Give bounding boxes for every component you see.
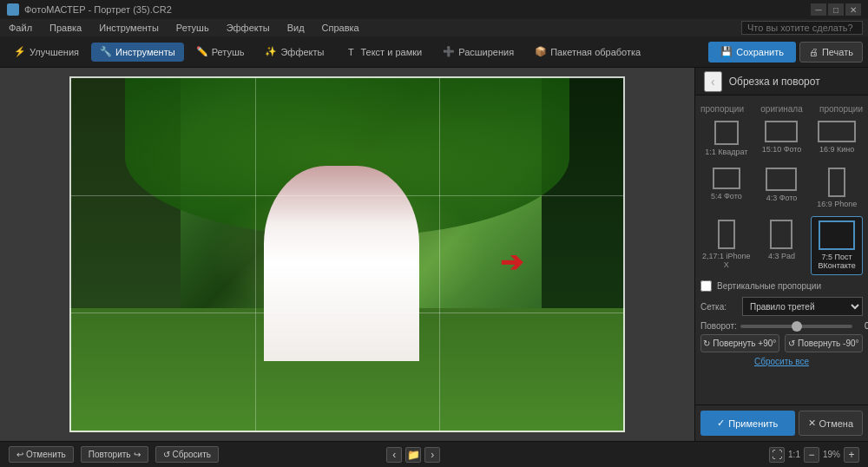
tab-extensions[interactable]: ➕ Расширения — [434, 43, 523, 62]
save-icon: 💾 — [720, 46, 733, 57]
menu-effects[interactable]: Эффекты — [223, 21, 273, 35]
close-button[interactable]: ✕ — [845, 3, 861, 16]
ratio-box-16-9-phone — [828, 168, 845, 197]
ratio-box-5-4 — [713, 168, 740, 189]
window-title: ФотоМАСТЕР - Портрет (35).CR2 — [24, 4, 172, 15]
ratio-grid: 1:1 Квадрат 15:10 Фото 16:9 Кино 5:4 Фот… — [700, 117, 863, 275]
ratio-5-4[interactable]: 5:4 Фото — [700, 164, 753, 213]
ratio-box-4-3-pad — [770, 220, 792, 249]
save-button[interactable]: 💾 Сохранить — [708, 42, 796, 62]
tab-tools[interactable]: 🔧 Инструменты — [91, 43, 184, 62]
ratio-7-5-vk[interactable]: 7:5 Пост ВКонтакте — [811, 216, 863, 276]
tab-improvements[interactable]: ⚡ Улучшения — [5, 43, 88, 62]
retouch-icon: ✏️ — [196, 46, 208, 58]
apply-button[interactable]: ✓ Применить — [700, 411, 795, 436]
text-icon: T — [345, 46, 357, 58]
grid-select[interactable]: Правило третей — [742, 297, 863, 316]
canvas-area[interactable]: ➔ — [0, 68, 694, 441]
search-input[interactable] — [741, 21, 863, 35]
zoom-value-label: 19% — [823, 450, 840, 459]
ratio-box-16-9-cinema — [818, 121, 856, 142]
menu-retouch[interactable]: Ретушь — [173, 21, 213, 35]
zoom-out-button[interactable]: − — [804, 447, 819, 463]
titlebar-left: ФотоМАСТЕР - Портрет (35).CR2 — [7, 3, 172, 16]
ratio-box-4-3 — [766, 168, 797, 191]
print-icon: 🖨 — [809, 47, 819, 57]
panel-scroll[interactable]: пропорции оригинала пропорции 1:1 Квадра… — [695, 95, 868, 405]
rotate-buttons-row: ↻ Повернуть +90° ↺ Повернуть -90° — [700, 334, 863, 352]
panel-header: ‹ Обрезка и поворот — [695, 68, 868, 95]
ratio-iphone-x[interactable]: 2,17:1 iPhone X — [700, 216, 753, 276]
menu-file[interactable]: Файл — [5, 21, 36, 35]
rotate-ccw-icon: ↺ — [788, 339, 795, 348]
vertical-proportions-label: Вертикальные пропорции — [717, 281, 821, 291]
photo-bride — [264, 166, 419, 362]
grid-label: Сетка: — [700, 302, 742, 312]
nav-next-button[interactable]: › — [424, 447, 440, 463]
zoom-in-button[interactable]: + — [844, 447, 859, 463]
minimize-button[interactable]: ─ — [811, 3, 826, 16]
tools-icon: 🔧 — [100, 46, 112, 58]
rotate-plus90-button[interactable]: ↻ Повернуть +90° — [700, 334, 779, 352]
nav-folder-button[interactable]: 📁 — [405, 447, 421, 463]
x-icon: ✕ — [808, 418, 816, 429]
ratio-box-1-1 — [714, 121, 739, 145]
print-button[interactable]: 🖨 Печать — [799, 42, 863, 62]
rotation-row: Поворот: 0,0° — [700, 321, 863, 331]
reset-icon: ↺ — [163, 450, 170, 459]
reset-bottom-button[interactable]: ↺ Сбросить — [155, 446, 219, 463]
rotation-value: 0,0° — [856, 321, 868, 331]
panel-title: Обрезка и поворот — [729, 76, 820, 88]
canvas-wrapper — [69, 76, 625, 432]
menu-tools[interactable]: Инструменты — [95, 21, 162, 35]
ratio-box-15-10 — [765, 121, 798, 142]
tab-batch[interactable]: 📦 Пакетная обработка — [526, 43, 649, 62]
ratio-4-3[interactable]: 4:3 Фото — [756, 164, 808, 213]
redo-button[interactable]: Повторить ↪ — [81, 446, 148, 463]
rotation-label: Поворот: — [700, 321, 737, 331]
improvements-icon: ⚡ — [14, 46, 26, 58]
grid-setting-row: Сетка: Правило третей — [700, 297, 863, 316]
undo-button[interactable]: ↩ Отменить — [9, 446, 74, 463]
menu-view[interactable]: Вид — [284, 21, 308, 35]
zoom-controls: ⛶ 1:1 − 19% + — [769, 447, 859, 463]
zoom-preset-label: 1:1 — [788, 450, 800, 459]
photo-canvas — [69, 76, 625, 432]
fullscreen-button[interactable]: ⛶ — [769, 447, 785, 463]
vertical-proportions-row: Вертикальные пропорции — [700, 280, 863, 292]
ratio-16-9-phone[interactable]: 16:9 Phone — [811, 164, 863, 213]
window-controls[interactable]: ─ □ ✕ — [811, 3, 861, 16]
maximize-button[interactable]: □ — [828, 3, 844, 16]
ratio-1-1[interactable]: 1:1 Квадрат — [700, 117, 753, 161]
titlebar: ФотоМАСТЕР - Портрет (35).CR2 ─ □ ✕ — [0, 0, 868, 19]
app-icon — [7, 3, 19, 16]
menu-edit[interactable]: Правка — [46, 21, 85, 35]
tab-text[interactable]: T Текст и рамки — [336, 43, 431, 62]
ratio-box-7-5-vk — [819, 220, 855, 250]
menu-help[interactable]: Справка — [319, 21, 363, 35]
toolbar: ⚡ Улучшения 🔧 Инструменты ✏️ Ретушь ✨ Эф… — [0, 36, 868, 68]
tab-effects[interactable]: ✨ Эффекты — [256, 43, 332, 62]
bottombar: ↩ Отменить Повторить ↪ ↺ Сбросить ‹ 📁 › … — [0, 441, 868, 467]
right-panel: ‹ Обрезка и поворот пропорции оригинала … — [694, 68, 868, 441]
redo-icon: ↪ — [134, 450, 141, 459]
section-headers: пропорции оригинала пропорции — [700, 104, 863, 114]
rotation-slider[interactable] — [740, 325, 852, 328]
panel-back-button[interactable]: ‹ — [704, 71, 722, 92]
vertical-proportions-checkbox[interactable] — [700, 280, 712, 292]
toolbar-right: 💾 Сохранить 🖨 Печать — [708, 42, 863, 62]
navigation-controls: ‹ 📁 › — [386, 447, 440, 463]
tab-retouch[interactable]: ✏️ Ретушь — [187, 43, 253, 62]
reset-row: Сбросить все — [700, 356, 863, 366]
extensions-icon: ➕ — [443, 46, 455, 58]
rotate-minus90-button[interactable]: ↺ Повернуть -90° — [785, 334, 864, 352]
ratio-4-3-pad[interactable]: 4:3 Pad — [756, 216, 808, 276]
ratio-box-iphone-x — [718, 220, 735, 249]
cancel-button[interactable]: ✕ Отмена — [799, 411, 863, 436]
nav-prev-button[interactable]: ‹ — [386, 447, 402, 463]
ratio-15-10[interactable]: 15:10 Фото — [756, 117, 808, 161]
reset-all-button[interactable]: Сбросить все — [754, 357, 809, 366]
undo-icon: ↩ — [16, 450, 23, 459]
effects-icon: ✨ — [265, 46, 277, 58]
ratio-16-9-cinema[interactable]: 16:9 Кино — [811, 117, 863, 161]
